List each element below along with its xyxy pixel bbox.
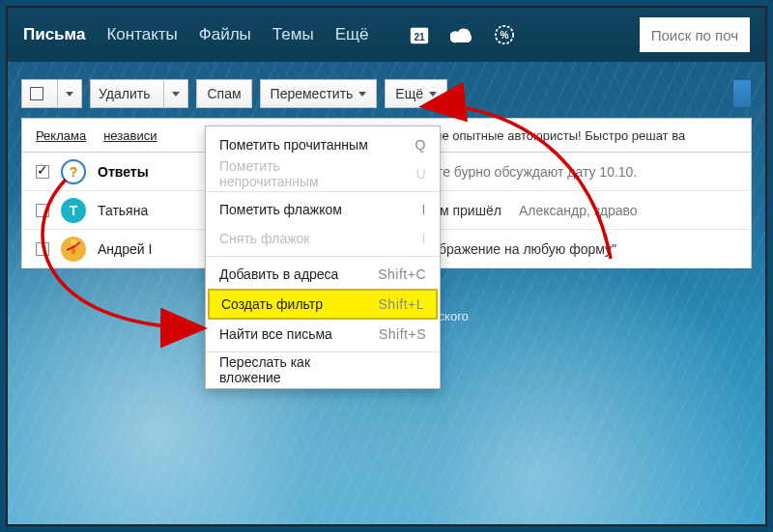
more-button[interactable]: Ещё — [385, 79, 447, 108]
avatar: ? — [61, 159, 86, 184]
menu-item[interactable]: Найти все письмаShift+S — [206, 320, 440, 349]
select-all-button[interactable] — [21, 79, 82, 108]
mail-from: Ответы — [98, 164, 165, 180]
toolbar: Удалить Спам Переместить Ещё — [21, 79, 752, 108]
menu-item-label: Снять флажок — [219, 231, 309, 246]
menu-item-shortcut: Shift+C — [372, 266, 426, 282]
menu-item: Снять флажокI — [206, 224, 440, 253]
menu-item-shortcut: Shift+L — [370, 296, 424, 312]
avatar: Т — [61, 198, 86, 223]
sidebar-right-button[interactable] — [732, 79, 752, 108]
nav-contacts[interactable]: Контакты — [106, 25, 177, 44]
svg-point-5 — [71, 239, 76, 245]
spam-button[interactable]: Спам — [196, 79, 251, 108]
menu-item[interactable]: Пометить флажкомI — [206, 195, 440, 224]
menu-item-shortcut: I — [372, 231, 426, 246]
menu-separator — [206, 191, 440, 192]
row-checkbox[interactable] — [36, 165, 49, 179]
delete-button[interactable]: Удалить — [90, 79, 188, 108]
mail-snippet: Александр, здраво — [519, 203, 638, 218]
menu-item-shortcut: Shift+S — [372, 326, 426, 342]
mail-from: Татьяна — [98, 203, 165, 218]
nav-files[interactable]: Файлы — [199, 25, 251, 44]
nav-themes[interactable]: Темы — [272, 25, 314, 44]
ad-desc: латные опытные автоюристы! Быстро решат … — [406, 128, 685, 143]
menu-item[interactable]: Добавить в адресаShift+C — [206, 260, 440, 289]
avatar — [61, 237, 86, 262]
menu-item-label: Создать фильтр — [221, 296, 323, 312]
menu-item[interactable]: Пометить прочитаннымQ — [206, 130, 440, 159]
menu-item-label: Добавить в адреса — [219, 266, 338, 282]
menu-item-label: Пометить прочитанным — [219, 137, 368, 153]
nav-more[interactable]: Ещё — [335, 25, 369, 44]
menu-item-label: Переслать как вложение — [219, 354, 372, 385]
svg-text:%: % — [501, 30, 509, 41]
percent-icon[interactable]: % — [492, 22, 517, 47]
menu-item: Пометить непрочитаннымU — [206, 159, 440, 188]
menu-item-label: Пометить непрочитанным — [219, 158, 372, 189]
row-checkbox[interactable] — [36, 204, 49, 217]
menu-item[interactable]: Переслать как вложение — [206, 355, 440, 384]
menu-separator — [206, 351, 440, 352]
menu-item[interactable]: Создать фильтрShift+L — [208, 289, 438, 320]
calendar-icon[interactable]: 21 — [407, 22, 432, 47]
more-menu: Пометить прочитаннымQПометить непрочитан… — [205, 126, 441, 389]
svg-text:21: 21 — [415, 32, 426, 42]
top-nav: Письма Контакты Файлы Темы Ещё 21 % Поис… — [8, 8, 765, 62]
nav-mail[interactable]: Письма — [23, 25, 85, 44]
ad-label: Реклама — [36, 128, 86, 143]
cloud-icon[interactable] — [449, 22, 474, 47]
row-checkbox[interactable] — [36, 242, 49, 256]
search-placeholder: Поиск по поч — [651, 27, 738, 43]
menu-separator — [206, 256, 440, 257]
search-input[interactable]: Поиск по поч — [640, 17, 750, 52]
move-button[interactable]: Переместить — [260, 79, 378, 108]
menu-item-shortcut: U — [372, 166, 426, 182]
menu-item-shortcut: I — [372, 202, 426, 217]
ad-topic: независи — [103, 128, 157, 143]
menu-item-shortcut: Q — [372, 137, 426, 153]
mail-from: Андрей І — [98, 241, 165, 257]
menu-item-label: Пометить флажком — [219, 202, 342, 217]
menu-item-label: Найти все письма — [219, 326, 332, 342]
